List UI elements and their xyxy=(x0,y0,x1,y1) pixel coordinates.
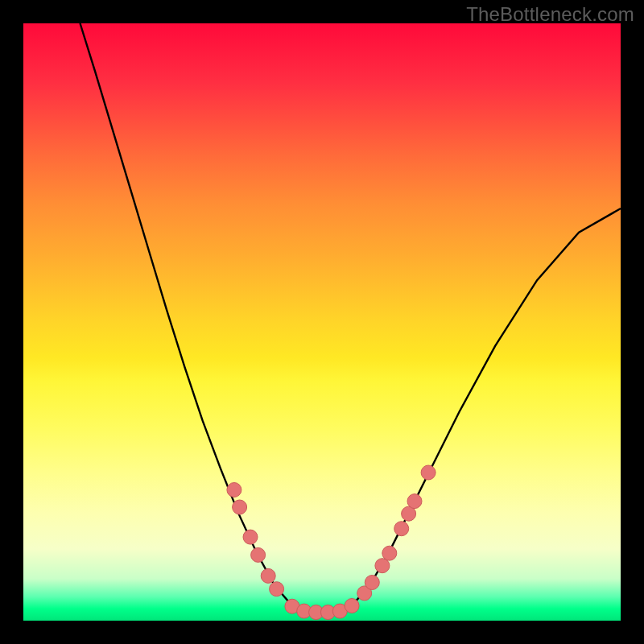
chart-svg xyxy=(0,0,644,644)
marker-point xyxy=(243,530,258,544)
marker-point xyxy=(345,599,359,613)
marker-point xyxy=(375,559,390,573)
marker-point xyxy=(382,546,397,560)
outer-frame: TheBottleneck.com xyxy=(0,0,644,644)
watermark-text: TheBottleneck.com xyxy=(466,3,634,26)
marker-point xyxy=(365,576,379,590)
curve-line xyxy=(80,23,621,615)
marker-point xyxy=(233,500,247,514)
marker-point xyxy=(251,547,266,562)
marker-points xyxy=(227,465,436,620)
marker-point xyxy=(270,582,284,597)
marker-point xyxy=(407,494,422,509)
marker-point xyxy=(421,465,436,480)
marker-point xyxy=(261,568,275,583)
marker-point xyxy=(227,483,242,497)
marker-point xyxy=(394,522,409,536)
